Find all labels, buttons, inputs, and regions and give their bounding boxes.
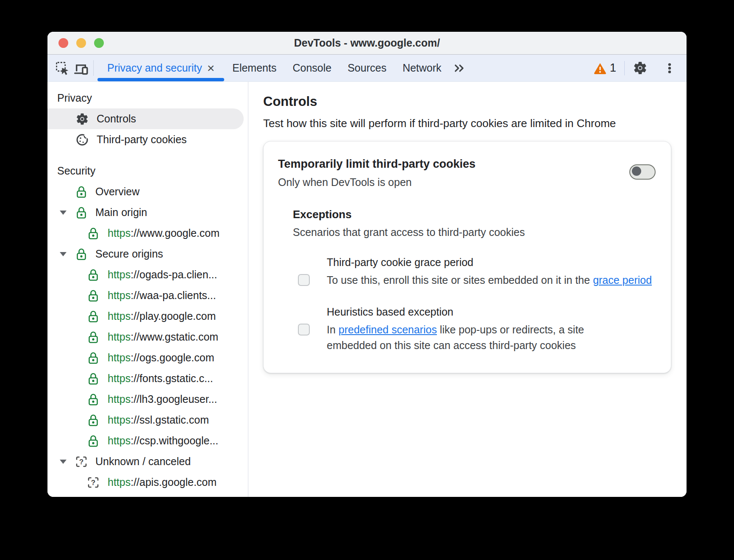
origin-scheme: https [108, 227, 131, 239]
sidebar-item-origin[interactable]: https://www.google.com [47, 223, 248, 244]
sidebar-item-origin[interactable]: https://www.gstatic.com [47, 327, 248, 347]
tab-sources[interactable]: Sources [339, 55, 395, 81]
expand-arrow-icon[interactable] [59, 211, 67, 215]
gear-icon [75, 112, 89, 126]
tree-item-label: Unknown / canceled [95, 455, 191, 468]
sidebar-item-origin[interactable]: https://lh3.googleuser... [47, 389, 248, 410]
cookie-icon [75, 133, 89, 147]
lock-icon [87, 289, 100, 302]
tab-elements[interactable]: Elements [224, 55, 284, 81]
sidebar-item-third-party-cookies[interactable]: Third-party cookies [47, 129, 248, 150]
sidebar-item-main-origin[interactable]: Main origin [47, 202, 248, 223]
exception-description: To use this, enroll this site or sites e… [327, 272, 654, 288]
inspect-cursor-icon[interactable] [53, 55, 72, 81]
warning-icon [593, 61, 607, 75]
limit-cookies-card: Temporarily limit third-party cookies On… [263, 141, 671, 373]
sidebar-item-secure-origins[interactable]: Secure origins [47, 244, 248, 264]
tab-label: Console [292, 62, 331, 74]
gear-icon[interactable] [633, 61, 648, 75]
lock-icon [87, 393, 100, 406]
origin-host: ://ogads-pa.clien... [131, 269, 217, 280]
expand-arrow-icon[interactable] [59, 252, 67, 256]
origin-host: ://fonts.gstatic.c... [131, 372, 213, 384]
svg-text:?: ? [79, 457, 83, 466]
origin-host: ://ssl.gstatic.com [131, 414, 209, 426]
origin-scheme: https [108, 414, 131, 426]
sidebar-item-origin[interactable]: ? https://apis.google.com [47, 472, 248, 493]
exception-heuristics: Heuristics based exception In predefined… [293, 304, 623, 353]
sidebar-item-origin[interactable]: https://ssl.gstatic.com [47, 410, 248, 430]
card-subtitle: Only when DevTools is open [278, 176, 654, 189]
lock-icon [75, 247, 88, 261]
exceptions-section: Exceptions Scenarios that grant access t… [293, 208, 654, 353]
tab-console[interactable]: Console [284, 55, 339, 81]
privacy-security-sidebar: Privacy Controls [47, 82, 248, 497]
sidebar-item-origin[interactable]: https://fonts.gstatic.c... [47, 368, 248, 389]
kebab-menu-icon[interactable] [663, 61, 676, 75]
sidebar-item-origin[interactable]: https://play.google.com [47, 306, 248, 327]
sidebar-item-origin[interactable]: https://csp.withgoogle... [47, 430, 248, 451]
toggle-knob [632, 166, 641, 176]
origin-scheme: https [108, 476, 131, 488]
exceptions-header: Exceptions [293, 208, 654, 221]
grace-period-checkbox[interactable] [298, 274, 310, 286]
sidebar-item-origin[interactable]: https://waa-pa.clients... [47, 285, 248, 306]
sidebar-item-label: Third-party cookies [97, 133, 187, 146]
heuristics-checkbox[interactable] [298, 324, 310, 335]
svg-text:?: ? [91, 478, 95, 486]
origin-host: ://www.gstatic.com [131, 331, 218, 343]
exception-title: Third-party cookie grace period [327, 255, 654, 270]
origin-scheme: https [108, 372, 131, 384]
description-text: To use this, enroll this site or sites e… [327, 274, 593, 286]
privacy-section-header: Privacy [47, 88, 248, 108]
security-section-header: Security [47, 161, 248, 181]
sidebar-item-origin[interactable]: https://ogads-pa.clien... [47, 264, 248, 285]
close-icon[interactable]: × [207, 62, 215, 75]
tab-label: Sources [348, 62, 386, 74]
tab-label: Network [403, 62, 442, 74]
origin-host: ://lh3.googleuser... [131, 393, 217, 405]
tree-item-label: Overview [95, 186, 139, 198]
lock-icon [87, 372, 100, 385]
limit-cookies-toggle[interactable] [629, 164, 656, 180]
origin-scheme: https [108, 352, 131, 363]
device-toolbar-icon[interactable] [72, 55, 90, 81]
card-title: Temporarily limit third-party cookies [278, 158, 654, 171]
devtools-tab-bar: Privacy and security × Elements Console … [47, 55, 687, 82]
toolbar-divider [93, 60, 94, 76]
grace-period-link[interactable]: grace period [593, 274, 652, 286]
origin-host: ://www.google.com [131, 227, 220, 239]
issues-counter[interactable]: 1 [593, 61, 616, 75]
page-subtitle: Test how this site will perform if third… [263, 117, 687, 130]
page-title: Controls [263, 93, 687, 110]
origin-scheme: https [108, 393, 131, 405]
sidebar-item-origin[interactable]: https://ogs.google.com [47, 347, 248, 368]
sidebar-item-label: Controls [97, 113, 136, 125]
sidebar-item-unknown-canceled[interactable]: ? Unknown / canceled [47, 451, 248, 472]
lock-icon [75, 206, 88, 219]
origin-host: ://apis.google.com [131, 476, 217, 488]
tab-privacy-and-security[interactable]: Privacy and security × [97, 55, 224, 81]
tab-network[interactable]: Network [395, 55, 450, 81]
origin-scheme: https [108, 289, 131, 301]
unknown-origin-icon: ? [87, 476, 100, 489]
origin-host: ://ogs.google.com [131, 352, 214, 363]
more-tabs-icon[interactable] [450, 55, 469, 81]
origin-scheme: https [108, 310, 131, 322]
predefined-scenarios-link[interactable]: predefined scenarios [339, 324, 437, 335]
expand-arrow-icon[interactable] [59, 460, 67, 464]
tree-item-label: Secure origins [95, 248, 163, 260]
origin-host: ://play.google.com [131, 310, 216, 322]
origin-scheme: https [108, 331, 131, 343]
tab-label: Elements [232, 62, 276, 74]
title-bar: DevTools - www.google.com/ [47, 32, 687, 55]
sidebar-item-controls[interactable]: Controls [47, 108, 244, 129]
zoom-window-button[interactable] [94, 38, 104, 48]
minimize-window-button[interactable] [76, 38, 86, 48]
lock-icon [75, 185, 88, 199]
tab-label: Privacy and security [107, 62, 202, 74]
description-text: In [327, 324, 339, 335]
close-window-button[interactable] [58, 38, 68, 48]
origin-host: ://waa-pa.clients... [131, 289, 216, 301]
sidebar-item-security-overview[interactable]: Overview [47, 181, 248, 202]
